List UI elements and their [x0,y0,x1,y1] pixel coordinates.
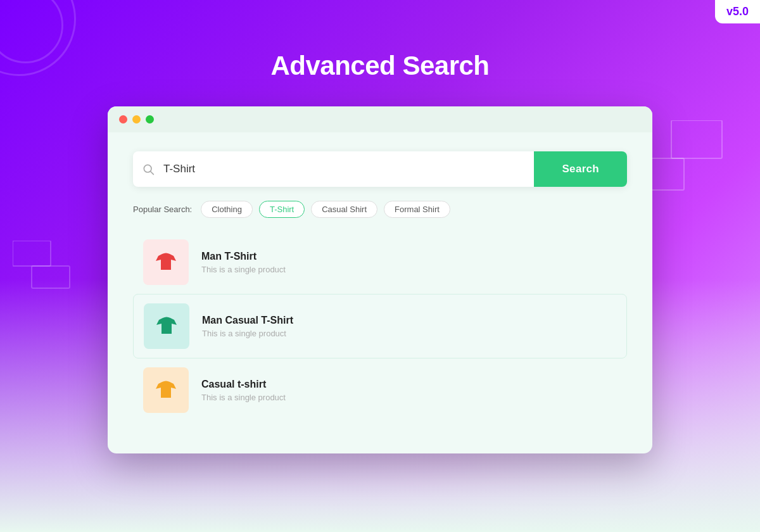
product-name-1: Man T-Shirt [201,251,286,262]
product-desc-3: This is a single product [201,393,286,402]
search-button[interactable]: Search [534,151,627,187]
search-bar: Search [133,151,627,187]
traffic-light-maximize[interactable] [146,115,154,124]
traffic-light-close[interactable] [119,115,127,124]
tshirt-icon-1 [153,250,179,275]
search-input[interactable] [163,151,534,187]
product-name-3: Casual t-shirt [201,379,286,390]
browser-content: Search Popular Search: Clothing T-Shirt … [108,132,652,453]
svg-rect-3 [32,266,70,288]
svg-rect-2 [13,241,51,266]
tshirt-icon-3 [153,377,179,403]
product-thumb-1 [143,239,189,285]
search-icon [142,163,155,175]
svg-line-5 [151,172,154,175]
tag-tshirt[interactable]: T-Shirt [259,201,305,218]
bg-decoration-stair-left [13,241,76,294]
product-item-1[interactable]: Man T-Shirt This is a single product [133,231,627,294]
product-info-2: Man Casual T-Shirt This is a single prod… [202,315,293,338]
popular-label: Popular Search: [133,205,192,214]
product-desc-1: This is a single product [201,265,286,274]
popular-search-row: Popular Search: Clothing T-Shirt Casual … [133,201,627,218]
browser-window: Search Popular Search: Clothing T-Shirt … [108,106,652,453]
svg-rect-0 [671,120,722,158]
tag-clothing[interactable]: Clothing [201,201,253,218]
product-item-2[interactable]: Man Casual T-Shirt This is a single prod… [133,294,627,358]
product-info-3: Casual t-shirt This is a single product [201,379,286,402]
product-thumb-3 [143,367,189,413]
product-list: Man T-Shirt This is a single product Man… [133,231,627,422]
search-icon-wrap [133,163,163,175]
product-item-3[interactable]: Casual t-shirt This is a single product [133,358,627,422]
tag-formal-shirt[interactable]: Formal Shirt [384,201,450,218]
page-title: Advanced Search [0,0,760,81]
tshirt-icon-2 [154,314,179,339]
product-info-1: Man T-Shirt This is a single product [201,251,286,274]
browser-titlebar [108,106,652,132]
product-name-2: Man Casual T-Shirt [202,315,293,326]
product-thumb-2 [144,303,189,349]
tag-casual-shirt[interactable]: Casual Shirt [311,201,377,218]
traffic-light-minimize[interactable] [132,115,141,124]
version-badge: v5.0 [715,0,760,23]
product-desc-2: This is a single product [202,329,293,338]
